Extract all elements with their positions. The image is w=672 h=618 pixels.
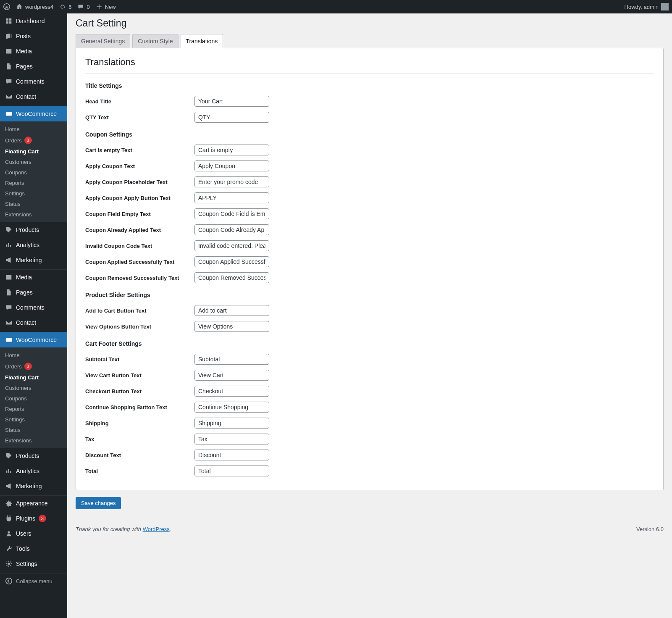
sidebar-item-woocommerce[interactable]: WooCommerce bbox=[0, 106, 67, 121]
updates-link[interactable]: 6 bbox=[59, 3, 71, 10]
save-changes-button[interactable]: Save changes bbox=[76, 497, 121, 509]
submenu-item-floating-cart[interactable]: Floating Cart bbox=[0, 146, 67, 157]
sidebar-label: Appearance bbox=[16, 500, 48, 507]
submenu-item-settings[interactable]: Settings bbox=[0, 414, 67, 425]
submenu-item-status[interactable]: Status bbox=[0, 199, 67, 209]
submenu-item-settings[interactable]: Settings bbox=[0, 188, 67, 199]
count-badge: 3 bbox=[24, 137, 32, 144]
wp-logo[interactable] bbox=[3, 3, 10, 10]
sidebar-item-media[interactable]: Media bbox=[0, 270, 67, 285]
settings-tabs: General SettingsCustom StyleTranslations bbox=[76, 34, 664, 48]
submenu-item-extensions[interactable]: Extensions bbox=[0, 435, 67, 446]
sidebar-item-analytics[interactable]: Analytics bbox=[0, 237, 67, 252]
sidebar-item-settings[interactable]: Settings bbox=[0, 556, 67, 571]
submenu-label: Settings bbox=[5, 416, 25, 423]
account-link[interactable]: Howdy, admin bbox=[625, 3, 669, 11]
sidebar-item-pages[interactable]: Pages bbox=[0, 285, 67, 300]
field-row: Head Title bbox=[85, 96, 654, 107]
submenu-item-orders[interactable]: Orders3 bbox=[0, 360, 67, 372]
tab-general-settings[interactable]: General Settings bbox=[76, 34, 130, 48]
text-input[interactable] bbox=[194, 176, 269, 187]
sidebar-item-products[interactable]: Products bbox=[0, 448, 67, 463]
sidebar-item-marketing[interactable]: Marketing bbox=[0, 479, 67, 494]
tab-custom-style[interactable]: Custom Style bbox=[132, 34, 178, 48]
submenu-item-status[interactable]: Status bbox=[0, 425, 67, 435]
group-heading: Product Slider Settings bbox=[85, 292, 654, 298]
submenu-item-extensions[interactable]: Extensions bbox=[0, 209, 67, 220]
svg-point-5 bbox=[6, 578, 12, 584]
text-input[interactable] bbox=[194, 145, 269, 155]
text-input[interactable] bbox=[194, 402, 269, 413]
text-input[interactable] bbox=[194, 370, 269, 381]
sidebar-item-contact[interactable]: Contact bbox=[0, 315, 67, 330]
field-row: Coupon Removed Successfully Text bbox=[85, 272, 654, 283]
submenu-item-reports[interactable]: Reports bbox=[0, 178, 67, 188]
sidebar-label: Media bbox=[16, 48, 32, 55]
field-label: Apply Coupon Placeholder Text bbox=[85, 179, 194, 185]
text-input[interactable] bbox=[194, 96, 269, 107]
sidebar-label: Settings bbox=[16, 560, 37, 567]
text-input[interactable] bbox=[194, 321, 269, 332]
text-input[interactable] bbox=[194, 354, 269, 365]
page-title: Cart Setting bbox=[76, 18, 664, 29]
sidebar-label: Pages bbox=[16, 63, 33, 70]
submenu-item-reports[interactable]: Reports bbox=[0, 404, 67, 414]
sidebar-item-analytics[interactable]: Analytics bbox=[0, 463, 67, 479]
field-label: Shipping bbox=[85, 420, 194, 426]
updates-count: 6 bbox=[68, 4, 71, 10]
sidebar-item-woocommerce[interactable]: WooCommerce bbox=[0, 332, 67, 347]
sidebar-item-tools[interactable]: Tools bbox=[0, 541, 67, 556]
new-link[interactable]: New bbox=[96, 3, 116, 10]
sidebar-item-appearance[interactable]: Appearance bbox=[0, 496, 67, 511]
group-heading: Coupon Settings bbox=[85, 131, 654, 138]
submenu-item-customers[interactable]: Customers bbox=[0, 157, 67, 167]
comments-link[interactable]: 0 bbox=[77, 3, 89, 10]
text-input[interactable] bbox=[194, 240, 269, 251]
text-input[interactable] bbox=[194, 192, 269, 203]
submenu-item-coupons[interactable]: Coupons bbox=[0, 393, 67, 404]
text-input[interactable] bbox=[194, 208, 269, 219]
tab-translations[interactable]: Translations bbox=[181, 34, 223, 48]
submenu-item-floating-cart[interactable]: Floating Cart bbox=[0, 372, 67, 383]
sidebar-item-media[interactable]: Media bbox=[0, 44, 67, 59]
sidebar-label: Marketing bbox=[16, 483, 42, 489]
text-input[interactable] bbox=[194, 450, 269, 460]
sidebar-item-products[interactable]: Products bbox=[0, 222, 67, 237]
text-input[interactable] bbox=[194, 224, 269, 235]
text-input[interactable] bbox=[194, 418, 269, 429]
sidebar-item-posts[interactable]: Posts bbox=[0, 29, 67, 44]
text-input[interactable] bbox=[194, 256, 269, 267]
sidebar-label: Contact bbox=[16, 319, 36, 326]
text-input[interactable] bbox=[194, 305, 269, 316]
count-badge: 3 bbox=[39, 515, 46, 522]
text-input[interactable] bbox=[194, 112, 269, 123]
submenu-label: Reports bbox=[5, 406, 24, 412]
sidebar-item-comments[interactable]: Comments bbox=[0, 300, 67, 315]
wordpress-link[interactable]: WordPress bbox=[143, 526, 170, 532]
sidebar-item-marketing[interactable]: Marketing bbox=[0, 252, 67, 268]
text-input[interactable] bbox=[194, 386, 269, 397]
sidebar-item-comments[interactable]: Comments bbox=[0, 74, 67, 89]
admin-sidebar: DashboardPostsMediaPagesCommentsContact … bbox=[0, 13, 67, 618]
text-input[interactable] bbox=[194, 272, 269, 283]
text-input[interactable] bbox=[194, 434, 269, 444]
sidebar-label: Dashboard bbox=[16, 18, 45, 24]
sidebar-item-users[interactable]: Users bbox=[0, 526, 67, 541]
submenu-item-customers[interactable]: Customers bbox=[0, 383, 67, 393]
text-input[interactable] bbox=[194, 465, 269, 476]
group-heading: Cart Footer Settings bbox=[85, 340, 654, 347]
sidebar-item-dashboard[interactable]: Dashboard bbox=[0, 13, 67, 29]
sidebar-item-plugins[interactable]: Plugins3 bbox=[0, 511, 67, 526]
site-link[interactable]: wordpress4 bbox=[16, 3, 53, 10]
field-row: Checkout Button Text bbox=[85, 386, 654, 397]
submenu-item-coupons[interactable]: Coupons bbox=[0, 167, 67, 178]
collapse-menu[interactable]: Collapse menu bbox=[0, 573, 67, 589]
field-label: Apply Coupon Apply Button Text bbox=[85, 195, 194, 201]
submenu-item-home[interactable]: Home bbox=[0, 350, 67, 360]
submenu-item-home[interactable]: Home bbox=[0, 124, 67, 134]
text-input[interactable] bbox=[194, 160, 269, 171]
submenu-item-orders[interactable]: Orders3 bbox=[0, 134, 67, 146]
main-content: Cart Setting General SettingsCustom Styl… bbox=[67, 13, 672, 618]
sidebar-item-pages[interactable]: Pages bbox=[0, 59, 67, 74]
sidebar-item-contact[interactable]: Contact bbox=[0, 89, 67, 104]
